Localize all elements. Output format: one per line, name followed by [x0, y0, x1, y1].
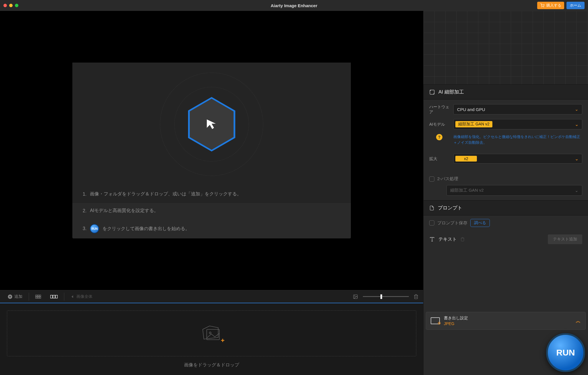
svg-rect-10: [53, 295, 55, 298]
intro-step-2: 2. AIモデルと高画質化を設定する。: [72, 203, 351, 219]
plus-icon: +: [221, 337, 225, 344]
svg-point-0: [542, 7, 542, 7]
dropzone-hero[interactable]: [72, 63, 351, 186]
step-text: をクリックして画像の書き出しを始める。: [102, 226, 190, 232]
ai-section-title: AI 細部加工: [438, 89, 464, 95]
chevron-down-icon: ⌄: [575, 107, 579, 112]
export-icon: ⚙: [431, 317, 440, 324]
prompt-section-title: プロンプト: [438, 205, 462, 211]
two-pass-row: 2-パス処理: [423, 173, 588, 185]
cart-icon: [540, 3, 545, 7]
chevron-down-icon: ⌄: [575, 122, 579, 127]
svg-rect-6: [36, 297, 37, 298]
hardware-select[interactable]: CPU and GPU ⌄: [453, 104, 582, 114]
drop-zone[interactable]: +: [7, 310, 416, 356]
run-button[interactable]: RUN: [546, 333, 585, 372]
step-text: AIモデルと高画質化を設定する。: [90, 208, 158, 214]
inspect-button-label: 調べる: [474, 220, 486, 225]
add-text-button[interactable]: テキスト追加: [548, 234, 582, 244]
model-label: AIモデル: [429, 122, 449, 127]
export-title: 書き出し設定: [444, 316, 468, 321]
arrow-left-icon: [71, 295, 75, 299]
scale-select[interactable]: x2 ⌄: [453, 154, 582, 164]
hardware-value: CPU and GPU: [457, 107, 485, 112]
view-split-button[interactable]: [47, 293, 61, 300]
model-select[interactable]: 細部加工 GAN v2 ⌄: [453, 119, 582, 129]
zoom-slider-thumb[interactable]: [380, 294, 382, 299]
two-pass-checkbox[interactable]: [429, 176, 434, 182]
two-pass-model-select[interactable]: 細部加工 GAN v2 ⌄: [446, 185, 582, 196]
svg-point-13: [354, 296, 355, 296]
chevron-down-icon: ⌄: [575, 188, 579, 193]
viewer-area: 1. 画像・フォルダをドラッグ＆ドロップ、或いは「追加」をクリックする。 2. …: [0, 11, 423, 290]
home-button[interactable]: ホーム: [566, 2, 585, 9]
step-number: 2.: [83, 208, 86, 213]
text-label: テキスト: [438, 236, 457, 242]
help-icon[interactable]: ?: [436, 134, 442, 140]
prompt-save-checkbox[interactable]: [429, 220, 434, 226]
maximize-window-button[interactable]: [15, 4, 18, 7]
two-pass-model-value: 細部加工 GAN v2: [450, 188, 484, 193]
app-title: Aiarty Image Enhancer: [271, 3, 318, 8]
settings-panel: AI 細部加工 ハートウェア CPU and GPU ⌄ AIモデル 細部加工 …: [423, 11, 588, 375]
text-icon: [429, 236, 435, 242]
hardware-label: ハートウェア: [429, 104, 449, 114]
scale-value: x2: [455, 156, 477, 162]
svg-rect-8: [39, 297, 41, 298]
drop-image-icon: +: [201, 325, 222, 342]
drop-strip: + 画像をドラッグ＆ドロップ: [0, 303, 423, 375]
svg-rect-16: [430, 90, 434, 94]
step-text: 画像・フォルダをドラッグ＆ドロップ、或いは「追加」をクリックする。: [90, 191, 241, 197]
svg-rect-3: [36, 295, 37, 296]
model-help-text: 画像細部を強化。ピクセルと微細な特徴をきれいに補正！ピンボケ自動補正＋ノイズ自動…: [453, 134, 582, 145]
cursor-arrow-icon: [204, 117, 219, 131]
drop-label: 画像をドラッグ＆ドロップ: [184, 362, 239, 368]
home-button-label: ホーム: [570, 3, 581, 7]
svg-rect-7: [38, 297, 39, 298]
export-format: JPEG: [444, 321, 468, 326]
run-icon-small: RUN: [90, 224, 99, 233]
enhance-icon: [429, 89, 435, 95]
intro-step-3: 3. RUN をクリックして画像の書き出しを始める。: [72, 219, 351, 238]
zoom-slider[interactable]: [363, 296, 409, 297]
two-pass-label: 2-パス処理: [437, 176, 458, 182]
model-value: 細部加工 GAN v2: [455, 121, 492, 127]
close-window-button[interactable]: [3, 4, 7, 7]
svg-point-1: [543, 7, 544, 7]
split-view-icon: [50, 295, 58, 299]
back-button[interactable]: 画像全体: [68, 292, 95, 301]
view-grid-button[interactable]: [32, 293, 44, 301]
buy-button[interactable]: 購入する: [537, 2, 564, 9]
prompt-save-row: プロンプト保存 調べる: [423, 215, 588, 230]
add-button-label: 追加: [14, 294, 22, 299]
svg-rect-9: [51, 295, 53, 298]
ai-section-header: AI 細部加工: [423, 84, 588, 100]
chevron-up-icon: ︽: [576, 317, 581, 324]
add-text-button-label: テキスト追加: [553, 237, 577, 241]
trash-icon[interactable]: [460, 237, 465, 242]
step-number: 3.: [83, 226, 86, 231]
hexagon-logo: [188, 97, 235, 151]
thumbnail-grid: [423, 11, 588, 84]
chevron-down-icon: ⌄: [575, 156, 579, 162]
plus-circle-icon: [7, 294, 13, 299]
inspect-button[interactable]: 調べる: [470, 219, 490, 227]
minimize-window-button[interactable]: [9, 4, 13, 7]
svg-rect-4: [38, 295, 39, 296]
window-controls: [3, 4, 18, 7]
svg-point-15: [209, 332, 211, 334]
grid-icon: [35, 294, 41, 299]
text-row: テキスト テキスト追加: [423, 230, 588, 248]
svg-rect-11: [55, 295, 57, 298]
add-button[interactable]: 追加: [5, 292, 25, 301]
intro-card: 1. 画像・フォルダをドラッグ＆ドロップ、或いは「追加」をクリックする。 2. …: [72, 63, 351, 238]
image-icon: [353, 294, 358, 299]
svg-rect-5: [39, 295, 41, 296]
back-button-label: 画像全体: [76, 294, 92, 299]
title-bar: Aiarty Image Enhancer 購入する ホーム: [0, 0, 588, 11]
trash-icon[interactable]: [413, 294, 419, 300]
export-section[interactable]: ⚙ 書き出し設定 JPEG ︽: [426, 312, 586, 330]
intro-step-1: 1. 画像・フォルダをドラッグ＆ドロップ、或いは「追加」をクリックする。: [72, 186, 351, 202]
prompt-section-header: プロンプト: [423, 200, 588, 215]
prompt-save-label: プロンプト保存: [437, 220, 467, 226]
